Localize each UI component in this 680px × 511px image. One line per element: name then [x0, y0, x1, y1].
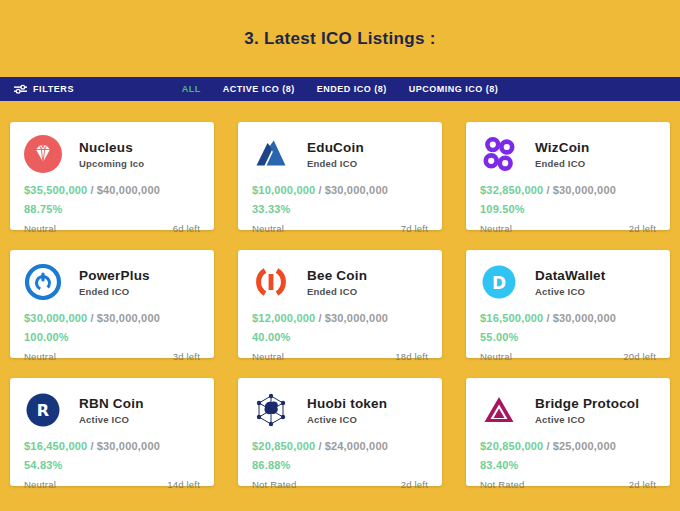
page-header: 3. Latest ICO Listings :: [0, 0, 680, 77]
amount-separator: /: [90, 312, 93, 324]
card-footer: Not Rated 2d left: [252, 479, 428, 490]
funding-row: $16,450,000/$30,000,000: [24, 440, 200, 452]
ico-card[interactable]: Huobi token Active ICO $20,850,000/$24,0…: [238, 378, 442, 486]
rating-label: Not Rated: [252, 479, 297, 490]
card-title-block: DataWallet Active ICO: [535, 268, 606, 297]
coin-name: Bridge Protocol: [535, 396, 639, 411]
rating-label: Not Rated: [480, 479, 525, 490]
ico-card[interactable]: R RBN Coin Active ICO $16,450,000/$30,00…: [10, 378, 214, 486]
amount-raised: $20,850,000: [480, 440, 543, 452]
filter-tabs: ALL ACTIVE ICO (8) ENDED ICO (8) UPCOMIN…: [182, 77, 499, 101]
tab-active-ico[interactable]: ACTIVE ICO (8): [223, 84, 295, 94]
ico-card[interactable]: EduCoin Ended ICO $10,000,000/$30,000,00…: [238, 122, 442, 230]
svg-text:R: R: [37, 401, 49, 420]
amount-goal: $30,000,000: [325, 312, 388, 324]
broken-h-icon: [252, 263, 290, 301]
rating-label: Neutral: [252, 223, 284, 234]
card-header: Huobi token Active ICO: [252, 391, 428, 429]
rating-label: Neutral: [480, 351, 512, 362]
coin-name: RBN Coin: [79, 396, 144, 411]
tab-all[interactable]: ALL: [182, 84, 201, 94]
d-circle-icon: D: [480, 263, 518, 301]
tab-upcoming-ico[interactable]: UPCOMING ICO (8): [409, 84, 499, 94]
amount-goal: $30,000,000: [97, 312, 160, 324]
amount-separator: /: [546, 440, 549, 452]
amount-goal: $25,000,000: [553, 440, 616, 452]
coin-name: Huobi token: [307, 396, 387, 411]
percent-raised: 83.40%: [480, 459, 656, 471]
coin-status: Ended ICO: [79, 286, 150, 297]
ico-card[interactable]: PowerPlus Ended ICO $30,000,000/$30,000,…: [10, 250, 214, 358]
filters-label: FILTERS: [33, 84, 74, 94]
card-title-block: Bridge Protocol Active ICO: [535, 396, 639, 425]
amount-raised: $20,850,000: [252, 440, 315, 452]
amount-separator: /: [90, 440, 93, 452]
amount-separator: /: [546, 184, 549, 196]
power-ring-icon: [24, 263, 62, 301]
coin-status: Upcoming Ico: [79, 158, 144, 169]
ico-card[interactable]: Nucleus Upcoming Ico $35,500,000/$40,000…: [10, 122, 214, 230]
amount-goal: $30,000,000: [325, 184, 388, 196]
amount-raised: $16,500,000: [480, 312, 543, 324]
card-header: R RBN Coin Active ICO: [24, 391, 200, 429]
amount-goal: $30,000,000: [553, 312, 616, 324]
coin-name: DataWallet: [535, 268, 606, 283]
rating-label: Neutral: [24, 223, 56, 234]
page-title: 3. Latest ICO Listings :: [244, 29, 435, 49]
amount-separator: /: [90, 184, 93, 196]
card-footer: Neutral 18d left: [252, 351, 428, 362]
amount-separator: /: [318, 440, 321, 452]
r-circle-icon: R: [24, 391, 62, 429]
percent-raised: 33.33%: [252, 203, 428, 215]
card-title-block: Huobi token Active ICO: [307, 396, 387, 425]
rating-label: Neutral: [252, 351, 284, 362]
tab-ended-ico[interactable]: ENDED ICO (8): [317, 84, 387, 94]
ico-card[interactable]: Bridge Protocol Active ICO $20,850,000/$…: [466, 378, 670, 486]
card-header: Nucleus Upcoming Ico: [24, 135, 200, 173]
card-footer: Not Rated 2d left: [480, 479, 656, 490]
time-left-label: 18d left: [395, 351, 428, 362]
card-footer: Neutral 14d left: [24, 479, 200, 490]
percent-raised: 54.83%: [24, 459, 200, 471]
coin-status: Ended ICO: [307, 158, 364, 169]
percent-raised: 109.50%: [480, 203, 656, 215]
coin-status: Active ICO: [307, 414, 387, 425]
card-header: Bridge Protocol Active ICO: [480, 391, 656, 429]
coin-status: Ended ICO: [307, 286, 367, 297]
svg-text:D: D: [492, 273, 506, 293]
coin-status: Ended ICO: [535, 158, 590, 169]
time-left-label: 2d left: [629, 223, 656, 234]
percent-raised: 100.00%: [24, 331, 200, 343]
percent-raised: 86.88%: [252, 459, 428, 471]
mountain-a-icon: [252, 135, 290, 173]
amount-raised: $16,450,000: [24, 440, 87, 452]
time-left-label: 3d left: [173, 351, 200, 362]
amount-raised: $35,500,000: [24, 184, 87, 196]
coin-name: Nucleus: [79, 140, 144, 155]
ico-card[interactable]: D DataWallet Active ICO $16,500,000/$30,…: [466, 250, 670, 358]
coin-status: Active ICO: [79, 414, 144, 425]
percent-raised: 88.75%: [24, 203, 200, 215]
amount-separator: /: [318, 312, 321, 324]
coin-name: Bee Coin: [307, 268, 367, 283]
time-left-label: 14d left: [167, 479, 200, 490]
card-footer: Neutral 7d left: [252, 223, 428, 234]
rating-label: Neutral: [24, 479, 56, 490]
amount-goal: $40,000,000: [97, 184, 160, 196]
card-footer: Neutral 2d left: [480, 223, 656, 234]
ico-card[interactable]: WizCoin Ended ICO $32,850,000/$30,000,00…: [466, 122, 670, 230]
hex-network-icon: [252, 391, 290, 429]
ico-card[interactable]: Bee Coin Ended ICO $12,000,000/$30,000,0…: [238, 250, 442, 358]
funding-row: $30,000,000/$30,000,000: [24, 312, 200, 324]
amount-goal: $24,000,000: [325, 440, 388, 452]
ico-card-grid: Nucleus Upcoming Ico $35,500,000/$40,000…: [10, 122, 670, 486]
funding-row: $12,000,000/$30,000,000: [252, 312, 428, 324]
time-left-label: 2d left: [401, 479, 428, 490]
percent-raised: 55.00%: [480, 331, 656, 343]
amount-separator: /: [546, 312, 549, 324]
coin-name: PowerPlus: [79, 268, 150, 283]
filters-button[interactable]: FILTERS: [14, 80, 74, 98]
amount-raised: $12,000,000: [252, 312, 315, 324]
triforce-icon: [480, 391, 518, 429]
coin-name: WizCoin: [535, 140, 590, 155]
